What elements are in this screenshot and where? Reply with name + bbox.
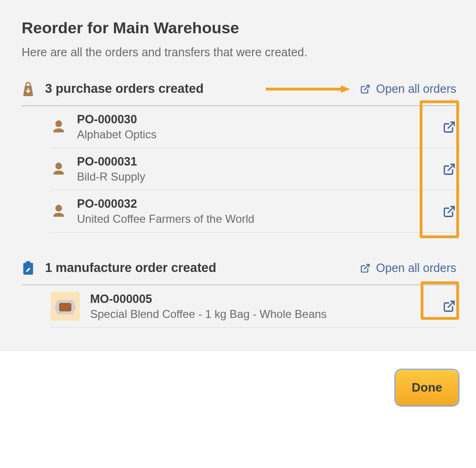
svg-rect-3	[23, 263, 33, 274]
purchase-order-row: PO-000031 Bild-R Supply	[51, 148, 456, 190]
open-all-manufacture-orders-label: Open all orders	[376, 261, 456, 275]
open-all-purchase-orders-label: Open all orders	[376, 82, 456, 96]
shopping-bag-icon	[22, 82, 35, 96]
purchase-order-list: PO-000030 Alphabet Optics PO-0000	[51, 106, 456, 233]
page-title: Reorder for Main Warehouse	[22, 19, 456, 37]
callout-arrow-icon	[266, 84, 350, 94]
vendor-icon	[51, 161, 67, 177]
svg-marker-2	[341, 85, 350, 93]
order-vendor: Bild-R Supply	[77, 170, 145, 183]
page-subtitle: Here are all the orders and transfers th…	[22, 45, 456, 59]
manufacture-orders-title: 1 manufacture order created	[45, 261, 216, 275]
manufacture-order-row: MO-000005 Special Blend Coffee - 1 kg Ba…	[51, 285, 456, 328]
done-button[interactable]: Done	[396, 370, 458, 405]
external-link-icon	[443, 121, 456, 134]
order-id: MO-000005	[90, 292, 327, 306]
order-id: PO-000032	[77, 197, 254, 211]
open-order-link[interactable]	[442, 299, 456, 313]
order-vendor: United Coffee Farmers of the World	[77, 212, 254, 226]
product-thumbnail	[51, 292, 80, 321]
manufacture-order-list: MO-000005 Special Blend Coffee - 1 kg Ba…	[51, 285, 456, 328]
order-product: Special Blend Coffee - 1 kg Bag - Whole …	[90, 308, 327, 321]
purchase-orders-header: 3 purchase orders created Open all order…	[22, 82, 456, 106]
external-link-icon	[360, 263, 370, 273]
order-vendor: Alphabet Optics	[77, 128, 156, 141]
open-order-link[interactable]	[442, 162, 456, 176]
external-link-icon	[360, 84, 370, 94]
purchase-order-row: PO-000032 United Coffee Farmers of the W…	[51, 190, 456, 233]
vendor-icon	[51, 119, 67, 135]
open-all-purchase-orders-link[interactable]: Open all orders	[360, 82, 456, 96]
vendor-icon	[51, 204, 67, 219]
purchase-order-row: PO-000030 Alphabet Optics	[51, 106, 456, 148]
open-order-link[interactable]	[442, 204, 456, 219]
purchase-orders-title: 3 purchase orders created	[45, 82, 204, 96]
external-link-icon	[443, 205, 456, 218]
manufacture-orders-header: 1 manufacture order created Open all ord…	[22, 261, 456, 285]
order-id: PO-000030	[77, 113, 156, 126]
open-order-link[interactable]	[442, 120, 456, 134]
open-all-manufacture-orders-link[interactable]: Open all orders	[360, 261, 456, 275]
external-link-icon	[443, 163, 456, 176]
external-link-icon	[443, 300, 456, 313]
svg-rect-4	[26, 261, 30, 264]
order-id: PO-000031	[77, 155, 145, 168]
manufacture-order-icon	[22, 261, 35, 275]
